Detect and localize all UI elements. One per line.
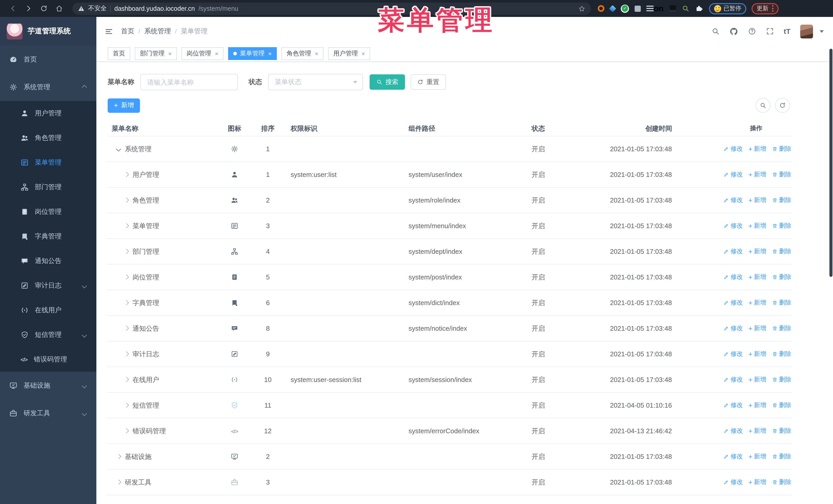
sidebar-item-tree[interactable]: 部门管理 xyxy=(0,175,96,199)
chevron-down-icon[interactable] xyxy=(820,30,824,32)
extension-target-icon[interactable] xyxy=(598,5,604,12)
add-link[interactable]: +新增 xyxy=(748,478,766,486)
delete-link[interactable]: 删除 xyxy=(772,478,791,486)
extension-list-icon[interactable]: on xyxy=(646,4,664,13)
expand-row-icon[interactable] xyxy=(124,172,128,177)
edit-link[interactable]: 修改 xyxy=(723,170,743,179)
expand-row-icon[interactable] xyxy=(124,403,128,408)
address-bar[interactable]: 不安全 dashboard.yudao.iocoder.cn/system/me… xyxy=(72,2,591,15)
sidebar-item-gear[interactable]: 系统管理 xyxy=(0,73,96,101)
delete-link[interactable]: 删除 xyxy=(772,427,791,435)
scrollbar-thumb[interactable] xyxy=(829,49,832,277)
extension-check-icon[interactable]: ✓ xyxy=(621,4,629,13)
show-search-button[interactable] xyxy=(756,98,770,113)
delete-link[interactable]: 删除 xyxy=(772,145,791,153)
sidebar-item-users[interactable]: 角色管理 xyxy=(0,126,96,150)
extension-magnifier-icon[interactable] xyxy=(682,5,689,12)
edit-link[interactable]: 修改 xyxy=(723,324,743,333)
edit-link[interactable]: 修改 xyxy=(723,247,743,256)
breadcrumb-home[interactable]: 首页 xyxy=(121,27,134,36)
extension-tiles-icon[interactable] xyxy=(635,5,641,11)
sidebar-item-monitor[interactable]: 基础设施 xyxy=(0,372,96,400)
close-icon[interactable]: × xyxy=(168,50,172,57)
edit-link[interactable]: 修改 xyxy=(723,427,743,435)
edit-link[interactable]: 修改 xyxy=(723,452,743,461)
edit-link[interactable]: 修改 xyxy=(723,273,743,282)
back-icon[interactable] xyxy=(9,5,17,12)
reload-icon[interactable] xyxy=(40,5,48,12)
expand-row-icon[interactable] xyxy=(116,480,121,484)
sidebar-item-menu[interactable]: 菜单管理 xyxy=(0,150,96,175)
add-link[interactable]: +新增 xyxy=(748,170,766,179)
sidebar-item-code[interactable]: </>错误码管理 xyxy=(0,347,96,372)
delete-link[interactable]: 删除 xyxy=(772,324,791,333)
edit-link[interactable]: 修改 xyxy=(723,145,743,153)
delete-link[interactable]: 删除 xyxy=(772,452,791,461)
sidebar-item-user[interactable]: 用户管理 xyxy=(0,101,96,126)
add-link[interactable]: +新增 xyxy=(748,401,766,410)
close-icon[interactable]: × xyxy=(215,50,218,57)
delete-link[interactable]: 删除 xyxy=(772,401,791,410)
menu-name-input[interactable] xyxy=(140,74,238,90)
avatar[interactable] xyxy=(800,24,813,38)
breadcrumb-system[interactable]: 系统管理 xyxy=(144,27,171,36)
reset-button[interactable]: 重置 xyxy=(411,74,446,90)
expand-row-icon[interactable] xyxy=(124,198,128,202)
add-link[interactable]: +新增 xyxy=(748,324,766,333)
font-size-icon[interactable]: tT xyxy=(784,27,790,35)
status-select[interactable]: 菜单状态 xyxy=(268,74,363,90)
add-link[interactable]: +新增 xyxy=(748,273,766,282)
edit-link[interactable]: 修改 xyxy=(723,401,743,410)
add-link[interactable]: +新增 xyxy=(748,452,766,461)
add-link[interactable]: +新增 xyxy=(748,375,766,384)
edit-link[interactable]: 修改 xyxy=(723,375,743,384)
close-icon[interactable]: × xyxy=(268,50,272,57)
delete-link[interactable]: 删除 xyxy=(772,221,791,230)
expand-row-icon[interactable] xyxy=(124,275,128,280)
sidebar-item-gauge[interactable]: 首页 xyxy=(0,46,96,73)
collapse-row-icon[interactable] xyxy=(116,147,121,151)
edit-link[interactable]: 修改 xyxy=(723,478,743,486)
delete-link[interactable]: 删除 xyxy=(772,350,791,358)
add-link[interactable]: +新增 xyxy=(748,247,766,256)
bookmark-star-icon[interactable] xyxy=(578,5,586,12)
expand-row-icon[interactable] xyxy=(124,249,128,254)
add-link[interactable]: +新增 xyxy=(748,298,766,307)
fullscreen-icon[interactable] xyxy=(766,27,774,35)
delete-link[interactable]: 删除 xyxy=(772,375,791,384)
update-button[interactable]: 更新 xyxy=(752,3,779,14)
extension-gem-icon[interactable] xyxy=(610,6,615,11)
sidebar-item-link[interactable]: 在线用户 xyxy=(0,298,96,322)
delete-link[interactable]: 删除 xyxy=(772,247,791,256)
tab-角色管理[interactable]: 角色管理× xyxy=(281,47,324,60)
delete-link[interactable]: 删除 xyxy=(772,298,791,307)
kebab-menu-icon[interactable] xyxy=(772,8,774,9)
github-icon[interactable] xyxy=(730,27,738,35)
tab-菜单管理[interactable]: 菜单管理× xyxy=(228,47,277,60)
extension-puzzle-icon[interactable] xyxy=(695,5,703,12)
delete-link[interactable]: 删除 xyxy=(772,273,791,282)
expand-row-icon[interactable] xyxy=(124,352,128,356)
search-icon[interactable] xyxy=(712,27,720,35)
expand-row-icon[interactable] xyxy=(124,377,128,382)
sidebar-item-book[interactable]: 字典管理 xyxy=(0,224,96,249)
add-link[interactable]: +新增 xyxy=(748,145,766,153)
expand-row-icon[interactable] xyxy=(124,429,128,433)
edit-link[interactable]: 修改 xyxy=(723,350,743,358)
edit-link[interactable]: 修改 xyxy=(723,196,743,205)
home-icon[interactable] xyxy=(55,5,63,12)
edit-link[interactable]: 修改 xyxy=(723,298,743,307)
close-icon[interactable]: × xyxy=(361,50,365,57)
expand-row-icon[interactable] xyxy=(124,223,128,228)
app-logo[interactable]: 芋道管理系统 xyxy=(0,17,96,46)
tab-部门管理[interactable]: 部门管理× xyxy=(135,47,177,60)
edit-link[interactable]: 修改 xyxy=(723,221,743,230)
sidebar-item-note[interactable]: 审计日志 xyxy=(0,273,96,298)
forward-icon[interactable] xyxy=(25,5,32,12)
expand-row-icon[interactable] xyxy=(116,454,121,459)
add-link[interactable]: +新增 xyxy=(748,427,766,435)
delete-link[interactable]: 删除 xyxy=(772,170,791,179)
add-link[interactable]: +新增 xyxy=(748,350,766,358)
sidebar-toggle-icon[interactable] xyxy=(104,27,113,35)
expand-row-icon[interactable] xyxy=(124,326,128,331)
